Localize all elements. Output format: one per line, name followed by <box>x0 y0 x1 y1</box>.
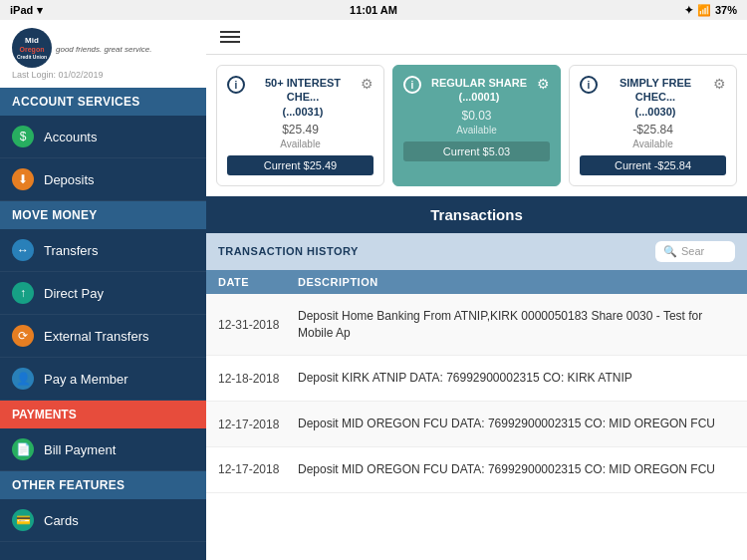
card-gear-icon-1[interactable]: ⚙ <box>361 76 374 92</box>
ipad-label: iPad <box>10 4 33 16</box>
account-cards: i 50+ INTEREST CHE... (...0031) ⚙ $25.49… <box>206 55 747 196</box>
pay-member-icon: 👤 <box>12 368 34 390</box>
status-right: ✦ 📶 37% <box>684 4 737 17</box>
sidebar-item-transfers[interactable]: ↔ Transfers <box>0 229 206 272</box>
bill-payment-label: Bill Payment <box>44 442 116 457</box>
column-description-header: DESCRIPTION <box>298 276 735 288</box>
search-placeholder-text: Sear <box>681 245 704 257</box>
last-login: Last Login: 01/02/2019 <box>12 68 104 84</box>
bill-payment-icon: 📄 <box>12 438 34 460</box>
main-content: i 50+ INTEREST CHE... (...0031) ⚙ $25.49… <box>206 20 747 560</box>
wifi-icon: ▾ <box>37 4 43 17</box>
search-icon: 🔍 <box>663 245 677 258</box>
card-available-3: Available <box>580 139 726 149</box>
table-row: 12-31-2018 Deposit Home Banking From ATN… <box>206 294 747 357</box>
card-amount-3: -$25.84 <box>580 123 726 137</box>
hamburger-line2 <box>220 36 240 38</box>
cards-label: Cards <box>44 513 79 528</box>
card-info-icon-3[interactable]: i <box>580 76 598 94</box>
transaction-history-bar: TRANSACTION HISTORY 🔍 Sear <box>206 233 747 270</box>
card-available-1: Available <box>227 139 374 149</box>
card-title-1: 50+ INTEREST CHE... (...0031) <box>245 76 361 119</box>
transfers-icon: ↔ <box>12 239 34 261</box>
card-gear-icon-2[interactable]: ⚙ <box>537 76 550 92</box>
sidebar-item-pay-member[interactable]: 👤 Pay a Member <box>0 358 206 401</box>
status-left: iPad ▾ <box>10 4 43 17</box>
tx-date-4: 12-17-2018 <box>218 462 298 476</box>
top-bar <box>206 20 747 55</box>
card-gear-icon-3[interactable]: ⚙ <box>713 76 726 92</box>
column-date-header: DATE <box>218 276 298 288</box>
transfers-label: Transfers <box>44 243 98 258</box>
tx-desc-1: Deposit Home Banking From ATNIP,KIRK 000… <box>298 308 735 342</box>
account-card-regular-share[interactable]: i REGULAR SHARE (...0001) ⚙ $0.03 Availa… <box>392 65 561 186</box>
card-amount-1: $25.49 <box>227 123 374 137</box>
logo-circle: Mid Oregon Credit Union <box>12 28 52 68</box>
sidebar-item-accounts[interactable]: $ Accounts <box>0 116 206 158</box>
status-time: 11:01 AM <box>350 4 397 16</box>
tx-desc-2: Deposit KIRK ATNIP DATA: 76992900002315 … <box>298 370 735 387</box>
card-info-icon-1[interactable]: i <box>227 76 245 94</box>
account-card-simply-free[interactable]: i SIMPLY FREE CHEC... (...0030) ⚙ -$25.8… <box>569 65 737 186</box>
sidebar-item-bill-payment[interactable]: 📄 Bill Payment <box>0 428 206 471</box>
logo-image: Mid Oregon Credit Union good friends. gr… <box>12 28 152 68</box>
external-transfers-icon: ⟳ <box>12 325 34 347</box>
tx-date-3: 12-17-2018 <box>218 418 298 431</box>
deposits-label: Deposits <box>44 172 95 187</box>
card-current-2: Current $5.03 <box>403 141 550 161</box>
table-row: 12-18-2018 Deposit KIRK ATNIP DATA: 7699… <box>206 356 747 402</box>
logo-text: good friends. great service. <box>56 43 152 54</box>
transactions-list: 12-31-2018 Deposit Home Banking From ATN… <box>206 294 747 560</box>
section-header-move-money: Move Money <box>0 201 206 229</box>
card-current-3: Current -$25.84 <box>580 155 726 175</box>
card-title-2: REGULAR SHARE (...0001) <box>421 76 537 105</box>
svg-text:Credit Union: Credit Union <box>17 54 47 60</box>
section-header-other-features: Other Features <box>0 471 206 499</box>
card-title-3: SIMPLY FREE CHEC... (...0030) <box>598 76 713 119</box>
section-header-account-services: Account Services <box>0 88 206 116</box>
svg-text:Mid: Mid <box>25 36 39 45</box>
sidebar-item-deposits[interactable]: ⬇ Deposits <box>0 158 206 201</box>
card-header-1: i 50+ INTEREST CHE... (...0031) ⚙ <box>227 76 374 119</box>
card-available-2: Available <box>403 125 550 136</box>
battery-percent: 37% <box>715 4 737 16</box>
hamburger-line1 <box>220 31 240 33</box>
card-header-2: i REGULAR SHARE (...0001) ⚙ <box>403 76 550 105</box>
hamburger-button[interactable] <box>220 28 240 46</box>
section-header-payments: Payments <box>0 401 206 428</box>
tx-date-2: 12-18-2018 <box>218 372 298 386</box>
direct-pay-icon: ↑ <box>12 282 34 304</box>
tx-date-1: 12-31-2018 <box>218 318 298 332</box>
account-card-interest-checking[interactable]: i 50+ INTEREST CHE... (...0031) ⚙ $25.49… <box>216 65 384 186</box>
sidebar: Mid Oregon Credit Union good friends. gr… <box>0 20 206 560</box>
sidebar-logo: Mid Oregon Credit Union good friends. gr… <box>0 20 206 88</box>
accounts-icon: $ <box>12 126 34 147</box>
status-bar: iPad ▾ 11:01 AM ✦ 📶 37% <box>0 0 747 20</box>
table-row: 12-17-2018 Deposit MID OREGON FCU DATA: … <box>206 447 747 493</box>
card-info-icon-2[interactable]: i <box>403 76 421 94</box>
search-box[interactable]: 🔍 Sear <box>655 241 735 262</box>
tx-desc-3: Deposit MID OREGON FCU DATA: 76992900002… <box>298 416 735 432</box>
svg-text:Oregon: Oregon <box>20 46 45 54</box>
sidebar-item-external-transfers[interactable]: ⟳ External Transfers <box>0 315 206 358</box>
card-header-3: i SIMPLY FREE CHEC... (...0030) ⚙ <box>580 76 726 119</box>
bluetooth-icon: ✦ <box>684 4 693 17</box>
transaction-history-label: TRANSACTION HISTORY <box>218 245 359 257</box>
deposits-icon: ⬇ <box>12 168 34 190</box>
hamburger-line3 <box>220 41 240 43</box>
table-header: DATE DESCRIPTION <box>206 270 747 294</box>
transactions-section-title: Transactions <box>206 196 747 233</box>
direct-pay-label: Direct Pay <box>44 286 104 301</box>
cards-icon: 💳 <box>12 509 34 531</box>
sidebar-item-direct-pay[interactable]: ↑ Direct Pay <box>0 272 206 315</box>
card-amount-2: $0.03 <box>403 109 550 123</box>
tx-desc-4: Deposit MID OREGON FCU DATA: 76992900002… <box>298 461 735 478</box>
pay-member-label: Pay a Member <box>44 372 128 387</box>
accounts-label: Accounts <box>44 130 97 144</box>
card-current-1: Current $25.49 <box>227 155 374 175</box>
logo-tagline: good friends. great service. <box>56 45 152 54</box>
table-row: 12-17-2018 Deposit MID OREGON FCU DATA: … <box>206 402 747 447</box>
sidebar-item-cards[interactable]: 💳 Cards <box>0 499 206 542</box>
wifi-signal-icon: 📶 <box>697 4 711 17</box>
app-container: Mid Oregon Credit Union good friends. gr… <box>0 20 747 560</box>
